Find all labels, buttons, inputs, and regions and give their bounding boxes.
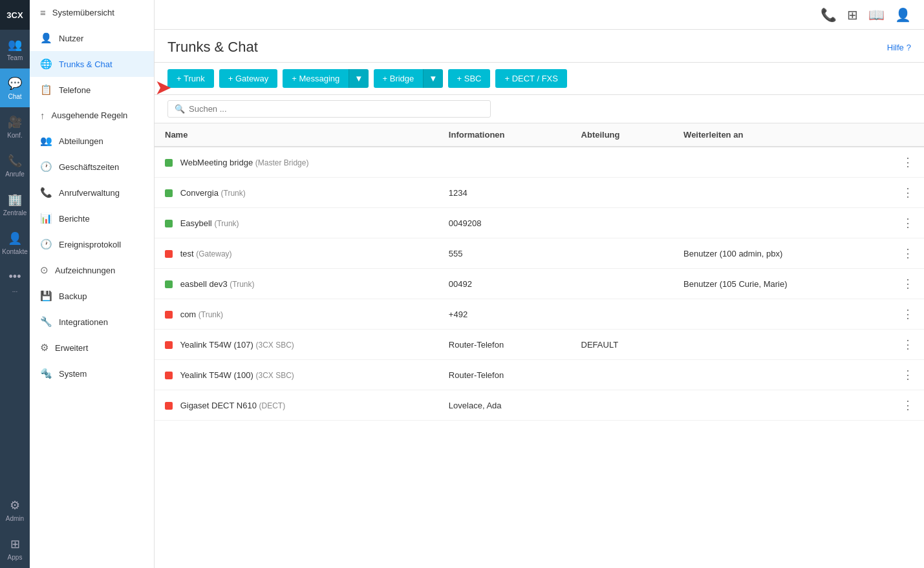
sidebar-label-aufzeichnungen: Aufzeichnungen <box>55 266 115 275</box>
geschaeftszeiten-icon: 🕐 <box>40 161 52 173</box>
row-menu-button-8[interactable]: ⋮ <box>898 397 918 414</box>
sidebar-item-geschaeftszeiten[interactable]: 🕐 Geschäftszeiten <box>30 154 154 180</box>
status-indicator-2 <box>165 220 173 227</box>
row-name-5: com <box>180 310 197 319</box>
sidebar-label-telefone: Telefone <box>59 85 91 95</box>
sidebar-item-backup[interactable]: 💾 Backup <box>30 283 154 309</box>
aufzeichnungen-icon: ⊙ <box>40 264 48 276</box>
sidebar-item-ausgehende-regeln[interactable]: ↑ Ausgehende Regeln <box>30 103 154 128</box>
ausgehende-icon: ↑ <box>40 110 45 121</box>
row-type-0: (Master Bridge) <box>255 158 309 167</box>
col-header-name: Name <box>155 123 438 147</box>
cell-name-8: Gigaset DECT N610 (DECT) <box>155 390 438 421</box>
cell-abteilung-6: DEFAULT <box>571 330 674 360</box>
row-menu-button-4[interactable]: ⋮ <box>898 275 918 292</box>
cell-name-7: Yealink T54W (100) (3CX SBC) <box>155 360 438 390</box>
backup-icon: 💾 <box>40 290 52 302</box>
cell-name-0: WebMeeting bridge (Master Bridge) <box>155 147 438 178</box>
add-gateway-button[interactable]: + Gateway <box>219 69 278 88</box>
sidebar-item-systemuebersicht[interactable]: ≡ Systemübersicht <box>30 0 154 25</box>
row-menu-button-0[interactable]: ⋮ <box>898 154 918 171</box>
col-header-weiterleiten: Weiterleiten an <box>673 123 888 147</box>
more-icon: ••• <box>9 270 21 284</box>
sidebar-label-abteilungen: Abteilungen <box>59 136 103 146</box>
add-trunk-button[interactable]: + Trunk <box>167 69 214 88</box>
erweitert-icon: ⚙ <box>40 342 48 353</box>
cell-name-3: test (Gateway) <box>155 238 438 269</box>
nav-team[interactable]: 👥 Team <box>0 30 30 68</box>
sidebar-item-system[interactable]: 🔩 System <box>30 361 154 386</box>
cell-info-8: Lovelace, Ada <box>438 390 571 421</box>
cell-abteilung-3 <box>571 238 674 269</box>
add-sbc-button[interactable]: + SBC <box>448 69 491 88</box>
book-icon[interactable]: 📖 <box>868 7 885 23</box>
status-indicator-5 <box>165 311 173 319</box>
cell-weiterleiten-2 <box>673 208 888 238</box>
search-input[interactable] <box>189 104 484 114</box>
nav-admin[interactable]: ⚙ Admin <box>0 490 30 529</box>
sidebar-label-anrufverwaltung: Anrufverwaltung <box>59 188 120 198</box>
page-title: Trunks & Chat <box>167 39 258 56</box>
nav-konf[interactable]: 🎥 Konf. <box>0 107 30 146</box>
nav-kontakte[interactable]: 👤 Kontakte <box>0 224 30 262</box>
cell-info-3: 555 <box>438 238 571 269</box>
sidebar-item-aufzeichnungen[interactable]: ⊙ Aufzeichnungen <box>30 257 154 283</box>
systemuebersicht-icon: ≡ <box>40 7 46 18</box>
help-link[interactable]: Hilfe ? <box>887 43 911 52</box>
arrow-indicator: ➤ <box>155 75 172 100</box>
sidebar-label-geschaeftszeiten: Geschäftszeiten <box>59 162 119 172</box>
sidebar-item-anrufverwaltung[interactable]: 📞 Anrufverwaltung <box>30 180 154 205</box>
row-menu-button-5[interactable]: ⋮ <box>898 306 918 322</box>
sidebar-item-ereignisprotokoll[interactable]: 🕐 Ereignisprotokoll <box>30 231 154 257</box>
sidebar-item-erweitert[interactable]: ⚙ Erweitert <box>30 335 154 361</box>
nav-chat[interactable]: 💬 Chat <box>0 68 30 107</box>
row-menu-button-1[interactable]: ⋮ <box>898 184 918 201</box>
row-menu-button-3[interactable]: ⋮ <box>898 245 918 262</box>
berichte-icon: 📊 <box>40 213 52 224</box>
cell-weiterleiten-3: Benutzer (100 admin, pbx) <box>673 238 888 269</box>
row-menu-button-7[interactable]: ⋮ <box>898 366 918 383</box>
row-menu-button-2[interactable]: ⋮ <box>898 215 918 231</box>
sidebar-item-abteilungen[interactable]: 👥 Abteilungen <box>30 128 154 154</box>
col-header-info: Informationen <box>438 123 571 147</box>
add-dect-button[interactable]: + DECT / FXS <box>495 69 566 88</box>
status-indicator-6 <box>165 341 173 349</box>
ereignis-icon: 🕐 <box>40 238 52 250</box>
nav-apps[interactable]: ⊞ Apps <box>0 529 30 568</box>
cell-weiterleiten-1 <box>673 178 888 208</box>
cell-abteilung-5 <box>571 299 674 330</box>
cell-abteilung-0 <box>571 147 674 178</box>
nav-zentrale[interactable]: 🏢 Zentrale <box>0 185 30 224</box>
nav-anrufe[interactable]: 📞 Anrufe <box>0 146 30 185</box>
phone-icon[interactable]: 📞 <box>821 7 837 23</box>
bridge-dropdown-arrow[interactable]: ▼ <box>423 69 442 88</box>
sidebar-item-integrationen[interactable]: 🔧 Integrationen <box>30 309 154 335</box>
row-name-6: Yealink T54W (107) <box>180 340 253 350</box>
messaging-dropdown-arrow[interactable]: ▼ <box>349 69 368 88</box>
sidebar-label-ausgehende-regeln: Ausgehende Regeln <box>52 110 128 120</box>
user-avatar-icon[interactable]: 👤 <box>895 7 911 23</box>
nav-more[interactable]: ••• ... <box>0 262 30 301</box>
row-menu-button-6[interactable]: ⋮ <box>898 336 918 353</box>
team-icon: 👥 <box>8 37 22 52</box>
cell-info-7: Router-Telefon <box>438 360 571 390</box>
status-indicator-7 <box>165 372 173 379</box>
nav-zentrale-label: Zentrale <box>3 209 27 216</box>
table-row: Convergia (Trunk) 1234 ⋮ <box>155 178 924 208</box>
add-messaging-button[interactable]: + Messaging <box>283 69 349 88</box>
sidebar-label-systemuebersicht: Systemübersicht <box>52 8 114 17</box>
sidebar-item-trunks-chat[interactable]: 🌐 Trunks & Chat <box>30 51 154 77</box>
sidebar-item-berichte[interactable]: 📊 Berichte <box>30 205 154 231</box>
search-wrapper: 🔍 <box>167 100 491 118</box>
nav-kontakte-label: Kontakte <box>2 248 27 255</box>
sidebar-item-nutzer[interactable]: 👤 Nutzer <box>30 25 154 51</box>
nav-konf-label: Konf. <box>7 132 22 139</box>
sidebar-item-telefone[interactable]: 📋 Telefone <box>30 77 154 103</box>
anrufverwaltung-icon: 📞 <box>40 187 52 198</box>
grid-icon[interactable]: ⊞ <box>847 7 858 23</box>
sidebar-label-trunks-chat: Trunks & Chat <box>59 59 113 69</box>
row-name-2: Easybell <box>180 218 212 228</box>
add-bridge-button[interactable]: + Bridge <box>374 69 424 88</box>
table-row: Yealink T54W (100) (3CX SBC) Router-Tele… <box>155 360 924 390</box>
row-type-4: (Trunk) <box>230 280 254 289</box>
